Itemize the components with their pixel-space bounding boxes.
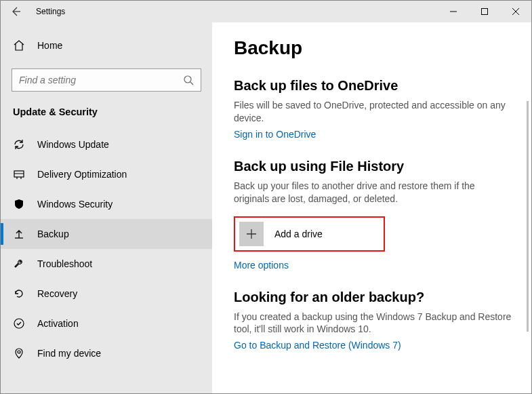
filehistory-heading: Back up using File History: [234, 159, 519, 174]
delivery-icon: [13, 168, 25, 180]
home-label: Home: [37, 40, 62, 51]
nav-recovery[interactable]: Recovery: [1, 279, 212, 309]
nav-label: Backup: [37, 229, 69, 239]
svg-point-1: [184, 76, 191, 83]
location-icon: [13, 347, 25, 359]
nav-windows-security[interactable]: Windows Security: [1, 189, 212, 219]
titlebar: Settings: [1, 1, 531, 22]
window-title: Settings: [30, 7, 65, 16]
nav-delivery-optimization[interactable]: Delivery Optimization: [1, 159, 212, 189]
page-title: Backup: [234, 37, 519, 59]
filehistory-desc: Back up your files to another drive and …: [234, 180, 512, 205]
nav-label: Delivery Optimization: [37, 169, 127, 180]
wrench-icon: [13, 258, 25, 270]
nav-windows-update[interactable]: Windows Update: [1, 130, 212, 159]
minimize-button[interactable]: [438, 1, 469, 22]
nav-label: Troubleshoot: [37, 258, 92, 269]
plus-icon: [239, 222, 264, 246]
nav-label: Activation: [37, 318, 79, 329]
svg-point-4: [18, 351, 20, 353]
activation-icon: [13, 317, 25, 330]
add-drive-label: Add a drive: [274, 229, 323, 239]
section-heading: Update & Security: [1, 106, 212, 130]
more-options-link[interactable]: More options: [234, 260, 289, 271]
nav-label: Windows Security: [37, 199, 112, 210]
svg-rect-0: [482, 9, 488, 15]
svg-point-3: [14, 319, 24, 328]
content-pane: Backup Back up files to OneDrive Files w…: [212, 22, 531, 394]
backup-restore-win7-link[interactable]: Go to Backup and Restore (Windows 7): [234, 340, 401, 351]
nav-backup[interactable]: Backup: [1, 219, 212, 249]
nav-label: Windows Update: [37, 139, 109, 150]
sidebar: Home Update & Security Windows Update De…: [1, 22, 212, 394]
nav-find-my-device[interactable]: Find my device: [1, 338, 212, 368]
scrollbar[interactable]: [527, 101, 529, 332]
nav-list: Windows Update Delivery Optimization Win…: [1, 130, 212, 368]
add-drive-button[interactable]: Add a drive: [234, 216, 385, 252]
nav-label: Recovery: [37, 288, 77, 299]
back-button[interactable]: [1, 1, 30, 22]
home-button[interactable]: Home: [1, 32, 212, 59]
search-input[interactable]: [12, 68, 201, 92]
backup-icon: [13, 228, 25, 240]
recovery-icon: [13, 288, 25, 300]
older-backup-desc: If you created a backup using the Window…: [234, 311, 512, 336]
maximize-button[interactable]: [469, 1, 500, 22]
sync-icon: [13, 138, 25, 151]
nav-troubleshoot[interactable]: Troubleshoot: [1, 249, 212, 279]
sign-in-onedrive-link[interactable]: Sign in to OneDrive: [234, 129, 316, 140]
search-icon: [183, 75, 194, 85]
nav-label: Find my device: [37, 348, 101, 359]
onedrive-desc: Files will be saved to OneDrive, protect…: [234, 99, 512, 125]
close-button[interactable]: [500, 1, 531, 22]
onedrive-heading: Back up files to OneDrive: [234, 78, 519, 94]
search-field[interactable]: [19, 75, 183, 85]
older-backup-heading: Looking for an older backup?: [234, 290, 519, 305]
nav-activation[interactable]: Activation: [1, 309, 212, 338]
shield-icon: [13, 198, 25, 210]
home-icon: [13, 39, 25, 52]
